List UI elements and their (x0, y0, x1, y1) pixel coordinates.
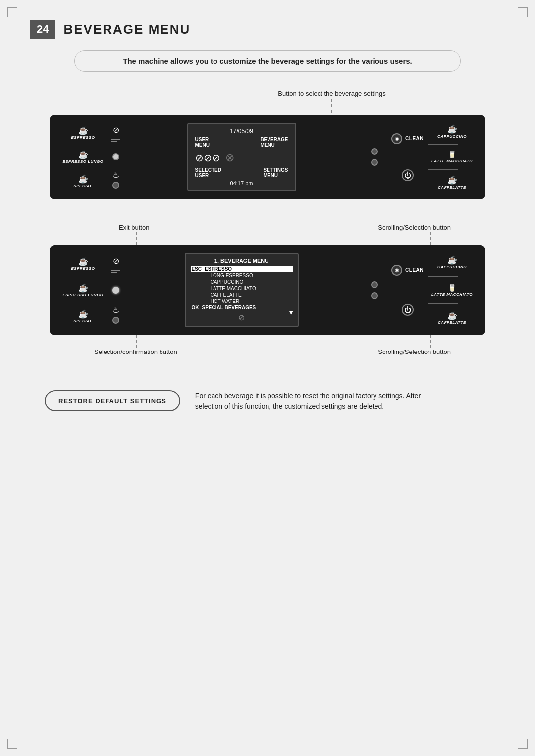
corner-mark-bl (7, 739, 17, 749)
section-2: Exit button Scrolling/Selection button ☕… (30, 224, 505, 355)
bev-espresso-2[interactable]: ☕ ESPRESSO (59, 257, 107, 271)
left-dot-col-2: ⊘ ♨ (108, 253, 123, 327)
dot-btn-mid-bottom[interactable] (371, 159, 378, 166)
corner-mark-tr (518, 7, 528, 17)
arrow-label: Button to select the beverage settings (278, 90, 386, 97)
caffelatte-label-2: CAFFELATTE (438, 320, 466, 325)
bev-espresso[interactable]: ☕ ESPRESSO (59, 126, 107, 140)
espresso-lungo-icon: ☕ (78, 150, 88, 159)
beverage-menu-label: BEVERAGEMENU (260, 137, 288, 148)
dash-icon (110, 137, 121, 144)
dot-btn-mid-top-2[interactable] (371, 281, 378, 288)
bev-caffelatte-2[interactable]: ☕ CAFFELATTE (428, 311, 476, 325)
menu-item-hot-water[interactable]: HOT WATER (191, 298, 293, 304)
scroll-arrow-down[interactable]: ▼ (288, 308, 295, 316)
caffelatte-icon-2: ☕ (447, 311, 457, 320)
display-screen-2: 1. BEVERAGE MENU ESC ESPRESSO LONG ESPRE… (185, 253, 299, 327)
latte-icon-2: 🥛 (448, 284, 456, 292)
latte-label-2: LATTE MACCHIATO (431, 292, 473, 297)
right-ctrl-col-2: ◉ CLEAN ⏻ (391, 253, 424, 327)
menu-espresso: ESPRESSO (205, 266, 232, 272)
right-bev-col-2: ☕ CAPPUCCINO 🥛 LATTE MACCHIATO ☕ CAFFELA… (428, 253, 476, 327)
screen-col-2: 1. BEVERAGE MENU ESC ESPRESSO LONG ESPRE… (125, 253, 358, 327)
dot-btn-mid-top[interactable] (371, 148, 378, 155)
menu-cappuccino: CAPPUCCINO (211, 279, 244, 285)
bev-espresso-lungo-2[interactable]: ☕ ESPRESSO LUNGO (59, 283, 107, 297)
esc-label[interactable]: ESC (192, 266, 202, 272)
caffelatte-icon: ☕ (447, 175, 457, 185)
restore-description: For each beverage it is possible to rese… (195, 390, 443, 412)
cappuccino-label: CAPPUCCINO (437, 134, 467, 139)
knob-icon-2[interactable]: ◉ (391, 265, 402, 276)
knob-icon[interactable]: ◉ (391, 133, 402, 144)
screen-time: 04:17 pm (195, 180, 288, 186)
bev-special-2[interactable]: ☕ SPECIAL (59, 309, 107, 323)
bev-cappuccino[interactable]: ☕ CAPPUCCINO (428, 124, 476, 138)
dot-btn-1[interactable] (112, 153, 119, 160)
machine-panel-2: ☕ ESPRESSO ☕ ESPRESSO LUNGO ☕ SPECIAL ⊘ (50, 245, 485, 335)
bev-espresso-lungo[interactable]: ☕ ESPRESSO LUNGO (59, 150, 107, 164)
restore-section: RESTORE DEFAULT SETTINGS For each bevera… (30, 390, 505, 412)
bev-special[interactable]: ☕ SPECIAL (59, 174, 107, 188)
display-screen-1: 17/05/09 USERMENU BEVERAGEMENU ⊘⊘⊘ ⊗ SEL… (187, 123, 296, 191)
dot-btn-mid-bottom-2[interactable] (371, 292, 378, 299)
right-ctrl-col: ◉ CLEAN ⏻ (391, 123, 424, 191)
page-number: 24 (30, 20, 55, 39)
power-icon: ⏻ (404, 171, 411, 179)
menu-item-espresso[interactable]: ESC ESPRESSO (191, 266, 293, 272)
dot-btn-2b[interactable] (112, 317, 119, 324)
menu-latte: LATTE MACCHIATO (211, 286, 256, 291)
screen-menu-row: USERMENU BEVERAGEMENU (195, 137, 288, 148)
right-bev-col: ☕ CAPPUCCINO 🥛 LATTE MACCHIATO ☕ CAFFELA… (428, 123, 476, 191)
menu-special: SPECIAL BEVERAGES (202, 305, 256, 310)
exit-label: Exit button (119, 224, 149, 231)
bev-latte-2[interactable]: 🥛 LATTE MACCHIATO (428, 284, 476, 297)
dashed-scroll-line-top (430, 232, 431, 245)
menu-item-cappuccino[interactable]: CAPPUCCINO (191, 279, 293, 285)
power-button-2[interactable]: ⏻ (402, 304, 414, 316)
bev-latte[interactable]: 🥛 LATTE MACCHIATO (428, 151, 476, 163)
settings-menu-label: SETTINGSMENU (264, 167, 288, 178)
steam-icon-2: ♨ (112, 305, 119, 315)
power-button[interactable]: ⏻ (402, 169, 414, 181)
corner-mark-tl (7, 7, 17, 17)
dot-btn-2[interactable] (112, 182, 119, 189)
left-dot-col: ⊘ ♨ (108, 123, 123, 191)
special-icon: ☕ (78, 174, 88, 184)
restore-default-button[interactable]: RESTORE DEFAULT SETTINGS (45, 390, 180, 411)
special-label: SPECIAL (73, 184, 92, 188)
screen-date: 17/05/09 (195, 128, 288, 135)
bev-caffelatte[interactable]: ☕ CAFFELATTE (428, 175, 476, 189)
dot-btn-exit[interactable] (112, 287, 119, 294)
dashed-scroll-line-bottom (430, 335, 431, 348)
screen-icons: ⊘⊘⊘ ⊗ (195, 151, 288, 164)
caffelatte-label: CAFFELATTE (438, 185, 466, 190)
cappuccino-icon: ☕ (447, 124, 457, 134)
scroll-label-top: Scrolling/Selection button (378, 224, 451, 231)
steam-icon: ♨ (112, 170, 119, 180)
latte-label: LATTE MACCHIATO (431, 159, 473, 163)
clean-label: CLEAN (405, 136, 424, 141)
dashed-line-top (331, 99, 332, 113)
middle-controls (360, 123, 389, 191)
latte-icon: 🥛 (448, 151, 456, 159)
ok-label[interactable]: OK (192, 305, 199, 310)
scroll-label-bottom: Scrolling/Selection button (378, 348, 451, 355)
espresso-icon-2: ☕ (78, 257, 88, 266)
scroll-arrow-up[interactable]: ▲ (288, 264, 295, 272)
menu-item-special[interactable]: OK SPECIAL BEVERAGES (191, 304, 293, 311)
zero-icon-2: ⊘ (113, 256, 119, 266)
intro-text: The machine allows you to customize the … (123, 57, 412, 65)
zero-icon: ⊘ (113, 125, 119, 135)
menu-item-long-espresso[interactable]: LONG ESPRESSO (191, 272, 293, 279)
clean-label-2: CLEAN (405, 267, 424, 273)
selected-user-label: SELECTEDUSER (195, 167, 221, 178)
menu-caffelatte: CAFFELATTE (211, 292, 242, 298)
espresso-label: ESPRESSO (71, 135, 95, 140)
menu-item-latte[interactable]: LATTE MACCHIATO (191, 285, 293, 292)
bev-cappuccino-2[interactable]: ☕ CAPPUCCINO (428, 255, 476, 269)
multi-cup-icon: ⊘⊘⊘ (195, 152, 220, 164)
left-beverage-col: ☕ ESPRESSO ☕ ESPRESSO LUNGO ☕ SPECIAL (59, 123, 107, 191)
middle-ctrl-2 (360, 253, 389, 327)
menu-item-caffelatte[interactable]: CAFFELATTE (191, 292, 293, 298)
